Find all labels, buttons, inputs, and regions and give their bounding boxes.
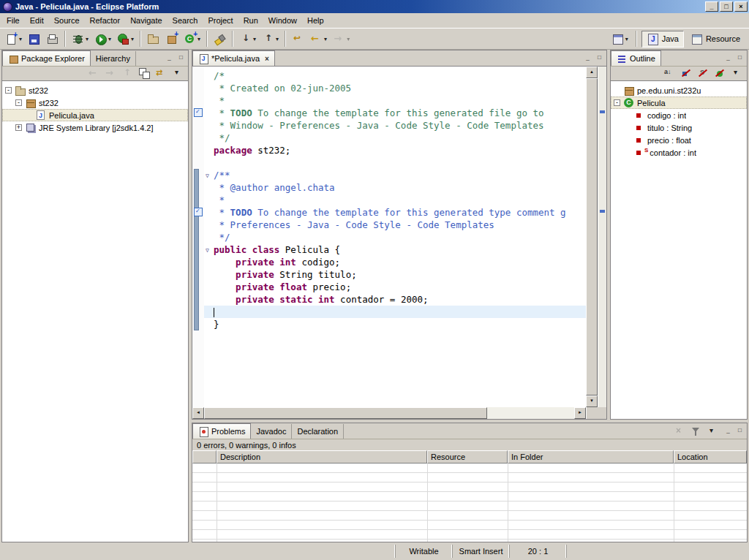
tree-item-pe-edu-uni-st232u[interactable]: pe.edu.uni.st232u xyxy=(611,84,747,97)
code-line[interactable]: */ xyxy=(204,132,586,144)
dropdown-arrow-icon[interactable]: ▾ xyxy=(197,36,200,42)
menu-project[interactable]: Project xyxy=(203,14,238,27)
code-line[interactable]: * Created on 02-jun-2005 xyxy=(204,82,586,94)
menu-source[interactable]: Source xyxy=(49,14,85,27)
code-line[interactable]: * Preferences - Java - Code Style - Code… xyxy=(204,219,586,231)
filter-button[interactable] xyxy=(688,425,704,438)
code-line[interactable]: ▽/** xyxy=(204,169,586,181)
vertical-scrollbar[interactable]: ▲ ▼ xyxy=(586,67,598,407)
view-menu-button[interactable] xyxy=(729,67,745,80)
dropdown-arrow-icon[interactable]: ▾ xyxy=(108,36,111,42)
minimize-view-button[interactable]: _ xyxy=(164,53,175,63)
overview-ruler[interactable] xyxy=(598,67,606,407)
maximize-editor-button[interactable]: □ xyxy=(594,53,605,63)
scroll-up-arrow[interactable]: ▲ xyxy=(586,67,598,78)
tree-item-contador-int[interactable]: Scontador : int xyxy=(611,146,747,159)
new-class-button[interactable]: ▾ xyxy=(181,30,203,48)
task-marker-icon[interactable] xyxy=(194,208,203,216)
menu-run[interactable]: Run xyxy=(238,14,263,27)
back-button[interactable] xyxy=(86,67,102,80)
hide-nonpublic-button[interactable] xyxy=(712,67,729,80)
new-package-button[interactable] xyxy=(162,30,181,48)
fold-marker-icon[interactable]: ▽ xyxy=(206,244,209,257)
annotation-ruler[interactable] xyxy=(192,67,204,407)
maximize-view-button[interactable]: □ xyxy=(176,53,187,63)
code-line[interactable]: * Window - Preferences - Java - Code Sty… xyxy=(204,119,586,132)
delete-button[interactable] xyxy=(671,425,688,438)
code-line[interactable]: ▽public class Pelicula { xyxy=(204,243,586,256)
code-line[interactable]: private float precio; xyxy=(204,281,586,293)
collapse-icon[interactable]: - xyxy=(5,87,12,94)
scroll-left-arrow[interactable]: ◄ xyxy=(192,407,204,419)
new-wizard-button[interactable]: ▾ xyxy=(2,30,25,48)
dropdown-arrow-icon[interactable]: ▾ xyxy=(253,36,256,42)
forward-button[interactable]: ▾ xyxy=(330,30,353,48)
close-editor-icon[interactable]: × xyxy=(265,55,269,63)
view-menu-button[interactable] xyxy=(704,425,721,438)
code-line[interactable]: * TODO To change the template for this g… xyxy=(204,206,586,219)
problems-table-body[interactable] xyxy=(192,463,747,542)
code-line[interactable] xyxy=(204,306,586,318)
code-line[interactable]: package st232; xyxy=(204,144,586,156)
scroll-down-arrow[interactable]: ▼ xyxy=(586,396,598,407)
tab-outline[interactable]: Outline xyxy=(611,50,661,66)
scroll-right-arrow[interactable]: ► xyxy=(574,407,586,419)
minimize-view-button[interactable]: _ xyxy=(723,53,734,63)
menu-file[interactable]: File xyxy=(1,14,25,27)
column-header-description[interactable]: Description xyxy=(217,450,427,463)
tree-item-jre-system-library-j2sdk1-4-2[interactable]: +JRE System Library [j2sdk1.4.2] xyxy=(2,121,188,134)
code-line[interactable]: */ xyxy=(204,231,586,243)
maximize-window-button[interactable]: □ xyxy=(720,1,733,12)
column-header-location[interactable]: Location xyxy=(674,450,747,463)
dropdown-arrow-icon[interactable]: ▾ xyxy=(625,36,628,42)
sort-button[interactable] xyxy=(661,67,678,80)
tree-item-pelicula[interactable]: -CPelicula xyxy=(611,97,747,109)
menu-edit[interactable]: Edit xyxy=(25,14,49,27)
maximize-view-button[interactable]: □ xyxy=(734,426,745,436)
debug-button[interactable]: ▾ xyxy=(69,30,91,48)
forward-button[interactable] xyxy=(102,67,119,80)
menu-help[interactable]: Help xyxy=(302,14,329,27)
code-line[interactable]: } xyxy=(204,318,586,330)
up-button[interactable] xyxy=(119,67,136,80)
menu-refactor[interactable]: Refactor xyxy=(85,14,126,27)
code-line[interactable] xyxy=(204,156,586,169)
dropdown-arrow-icon[interactable]: ▾ xyxy=(131,36,134,42)
scrollbar-thumb[interactable] xyxy=(204,407,487,419)
dropdown-arrow-icon[interactable]: ▾ xyxy=(276,36,279,42)
external-tools-button[interactable]: ▾ xyxy=(114,30,137,48)
back-button[interactable]: ▾ xyxy=(307,30,330,48)
column-header-in-folder[interactable]: In Folder xyxy=(508,450,674,463)
menu-navigate[interactable]: Navigate xyxy=(125,14,167,27)
tab-package-explorer[interactable]: Package Explorer xyxy=(2,50,91,66)
tree-item-codigo-int[interactable]: codigo : int xyxy=(611,109,747,121)
fold-marker-icon[interactable]: ▽ xyxy=(206,170,209,182)
code-line[interactable]: * xyxy=(204,94,586,107)
perspective-resource-button[interactable]: Resource xyxy=(685,31,745,48)
tab-hierarchy[interactable]: Hierarchy xyxy=(91,51,136,66)
code-line[interactable]: private String titulo; xyxy=(204,268,586,281)
code-line[interactable]: * @author angel.chata xyxy=(204,181,586,194)
code-line[interactable]: /* xyxy=(204,69,586,82)
title-bar[interactable]: Java - Pelicula.java - Eclipse Platform … xyxy=(0,0,749,13)
menu-window[interactable]: Window xyxy=(263,14,302,27)
annotation-overview-mark[interactable] xyxy=(600,210,605,213)
collapse-icon[interactable]: - xyxy=(15,99,22,106)
run-button[interactable]: ▾ xyxy=(91,30,114,48)
tree-item-pelicula-java[interactable]: JPelicula.java xyxy=(2,109,188,121)
tab-declaration[interactable]: Declaration xyxy=(292,424,344,439)
hide-fields-button[interactable] xyxy=(678,67,695,80)
code-line[interactable]: * xyxy=(204,194,586,206)
horizontal-scrollbar[interactable]: ◄ ► xyxy=(192,407,586,419)
code-line[interactable]: * TODO To change the template for this g… xyxy=(204,107,586,119)
java-search-button[interactable] xyxy=(211,30,229,48)
tree-item-st232[interactable]: -st232 xyxy=(2,84,188,97)
code-area[interactable]: /* * Created on 02-jun-2005 * * TODO To … xyxy=(204,67,586,407)
dropdown-arrow-icon[interactable]: ▾ xyxy=(86,36,89,42)
open-perspective-button[interactable]: ▾ xyxy=(609,30,631,48)
tree-item-precio-float[interactable]: precio : float xyxy=(611,134,747,146)
expand-icon[interactable]: + xyxy=(15,124,22,131)
column-header-resource[interactable]: Resource xyxy=(427,450,508,463)
previous-annotation-button[interactable]: ▾ xyxy=(259,30,282,48)
annotation-overview-mark[interactable] xyxy=(600,110,605,113)
